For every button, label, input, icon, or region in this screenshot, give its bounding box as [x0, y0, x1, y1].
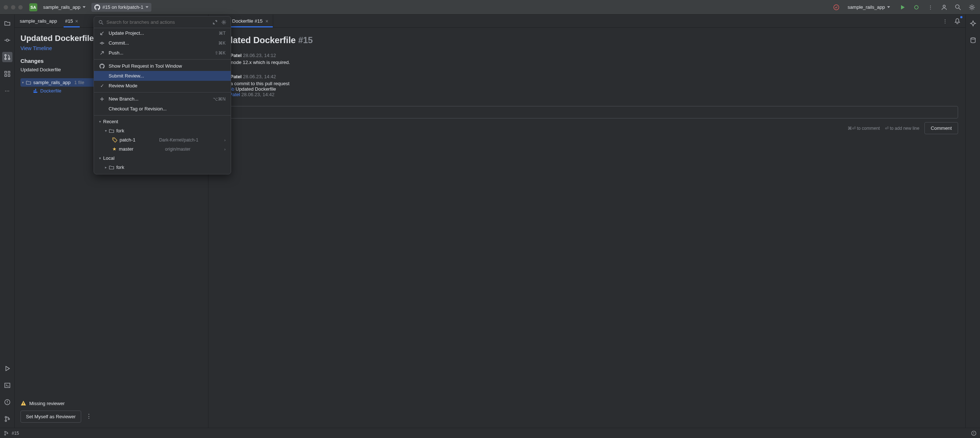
menu-new-branch[interactable]: New Branch... ⌥⌘N: [94, 94, 231, 104]
tag-icon: [112, 138, 118, 143]
svg-point-8: [8, 58, 10, 60]
set-reviewer-button[interactable]: Set Myself as Reviewer: [21, 411, 81, 423]
svg-point-4: [971, 6, 973, 8]
svg-point-23: [5, 434, 6, 435]
comment-input[interactable]: [216, 106, 958, 119]
menu-recent-group[interactable]: ▾ Recent: [94, 117, 231, 126]
star-icon: ★: [112, 146, 117, 152]
project-badge: SA: [29, 3, 37, 11]
pr-tab[interactable]: #15 ×: [64, 14, 80, 27]
pr-title: Updated Dockerfile: [21, 33, 94, 43]
rail-git[interactable]: [2, 414, 13, 424]
more-actions[interactable]: ⋮: [926, 3, 935, 12]
svg-point-17: [8, 418, 10, 420]
editor-more-icon[interactable]: ⋮: [940, 17, 949, 25]
gear-icon[interactable]: [221, 20, 226, 25]
settings-icon[interactable]: [967, 3, 976, 12]
rail-commit[interactable]: [2, 35, 13, 45]
menu-shortcut: ⌘K: [218, 41, 226, 46]
rail-project[interactable]: [2, 18, 13, 29]
code-with-me-icon[interactable]: [940, 3, 948, 12]
maximize-window[interactable]: [18, 5, 23, 10]
view-timeline-link[interactable]: View Timeline: [21, 45, 52, 51]
search-icon[interactable]: [954, 3, 963, 12]
menu-label: Commit...: [108, 40, 215, 46]
close-window[interactable]: [4, 5, 8, 10]
rail-terminal[interactable]: [2, 380, 13, 390]
tree-root-label: sample_rails_app: [33, 80, 71, 85]
menu-local-fork[interactable]: ▸ fork: [94, 163, 231, 172]
window-controls: [4, 5, 23, 10]
statusbar-branch[interactable]: #15: [12, 431, 19, 436]
svg-point-2: [943, 5, 945, 7]
search-icon: [99, 20, 103, 25]
svg-point-29: [113, 138, 114, 139]
close-icon[interactable]: ×: [75, 18, 78, 24]
rail-pull-requests[interactable]: [2, 52, 13, 62]
vcs-branch-dropdown[interactable]: #15 on fork/patch-1: [91, 3, 151, 12]
folder-icon: [109, 129, 114, 133]
project-dropdown[interactable]: sample_rails_app: [40, 3, 89, 11]
run-config-icon: [833, 4, 840, 11]
svg-rect-11: [5, 75, 6, 76]
breadcrumb-root[interactable]: sample_rails_app: [18, 14, 59, 27]
branch-search-input[interactable]: [107, 19, 210, 25]
menu-checkout-tag[interactable]: Checkout Tag or Revision...: [94, 104, 231, 114]
branch-label: #15 on fork/patch-1: [102, 5, 143, 10]
menu-shortcut: ⌘T: [219, 31, 226, 36]
menu-commit[interactable]: Commit... ⌘K: [94, 38, 231, 48]
hint-newline: ⏎ to add new line: [885, 126, 919, 131]
svg-point-6: [5, 54, 6, 56]
caret-down-icon: ▾: [99, 156, 101, 160]
rail-more[interactable]: ⋯: [2, 86, 13, 96]
svg-rect-18: [33, 90, 35, 91]
menu-label: Checkout Tag or Revision...: [108, 106, 226, 111]
run-button[interactable]: [898, 3, 907, 12]
comment-button[interactable]: Comment: [924, 122, 958, 134]
commit-block: Sumit Patel 28.06.23, 14:42 added a comm…: [216, 74, 958, 97]
notifications-icon[interactable]: [953, 17, 962, 25]
statusbar-warning-icon[interactable]: [971, 431, 976, 436]
svg-point-15: [5, 416, 6, 418]
chevron-right-icon: ›: [224, 147, 226, 151]
menu-local-group[interactable]: ▾ Local: [94, 154, 231, 163]
chevron-down-icon: [83, 6, 86, 8]
menu-branch-master[interactable]: ★ master origin/master ›: [94, 144, 231, 154]
chevron-right-icon: ›: [224, 138, 226, 142]
statusbar: #15: [0, 428, 980, 438]
caret-down-icon: ▾: [99, 119, 101, 124]
caret-down-icon: ▾: [105, 129, 107, 133]
rail-run[interactable]: [2, 363, 13, 374]
more-actions-icon[interactable]: ⋮: [86, 413, 92, 419]
menu-branch-patch1[interactable]: patch-1 Dark-Kernel/patch-1 ›: [94, 135, 231, 144]
update-icon: [99, 31, 105, 36]
rail-problems[interactable]: [2, 397, 13, 407]
menu-submit-review[interactable]: Submit Review...: [94, 71, 231, 81]
git-branch-icon[interactable]: [4, 431, 9, 436]
run-config-dropdown[interactable]: sample_rails_app: [845, 3, 893, 11]
plus-icon: [99, 97, 105, 102]
check-icon: ✓: [99, 83, 105, 89]
rail-structure[interactable]: [2, 69, 13, 79]
menu-remote-fork[interactable]: ▾ fork: [94, 126, 231, 135]
menu-label: New Branch...: [108, 96, 209, 102]
minimize-window[interactable]: [11, 5, 15, 10]
menu-shortcut: ⌥⌘N: [213, 97, 226, 102]
push-icon: [99, 51, 105, 56]
project-name: sample_rails_app: [43, 5, 80, 10]
debug-button[interactable]: [912, 3, 921, 12]
right-tool-rail: [966, 14, 980, 428]
remote-label: origin/master: [165, 147, 190, 152]
menu-show-pr[interactable]: Show Pull Request in Tool Window: [94, 61, 231, 71]
commit-timestamp: 28.06.23, 14:42: [241, 92, 274, 97]
comment-text: Added node 12.x which is required.: [216, 60, 958, 65]
group-label: Local: [103, 156, 115, 161]
close-icon[interactable]: ×: [266, 18, 269, 24]
menu-review-mode[interactable]: ✓ Review Mode: [94, 81, 231, 90]
expand-icon[interactable]: [212, 20, 218, 25]
branch-label: master: [119, 146, 134, 152]
rail-database[interactable]: [968, 35, 978, 45]
menu-update-project[interactable]: Update Project... ⌘T: [94, 28, 231, 38]
menu-push[interactable]: Push... ⇧⌘K: [94, 48, 231, 58]
rail-ai-assistant[interactable]: [968, 18, 978, 29]
